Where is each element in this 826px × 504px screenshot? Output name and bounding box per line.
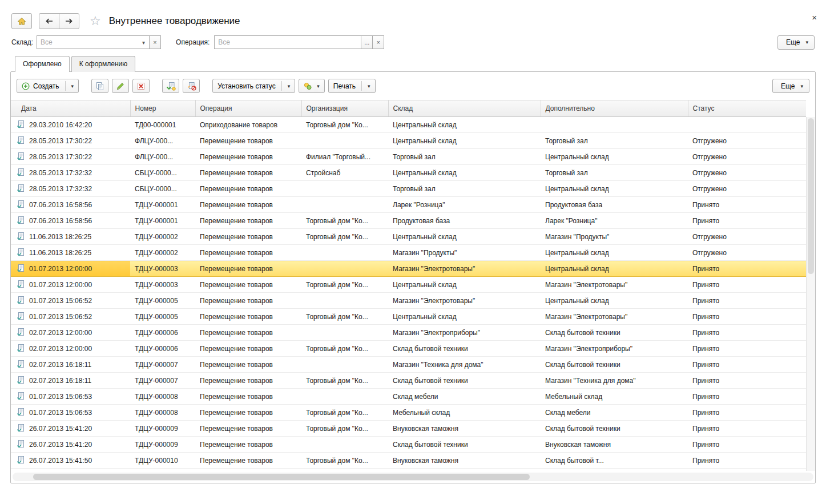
cell-additional[interactable]: Центральный склад	[541, 245, 688, 261]
cell-organization[interactable]	[301, 357, 388, 373]
delete-button[interactable]	[132, 79, 150, 93]
cell-operation[interactable]: Перемещение товаров	[195, 277, 301, 293]
table-row[interactable]: 01.07.2013 15:06:52 ТДЦУ-000005 Перемеще…	[11, 309, 806, 325]
table-row[interactable]: 26.07.2013 15:41:20 ТДЦУ-000009 Перемеще…	[11, 437, 806, 453]
close-icon[interactable]: ×	[812, 13, 817, 22]
cell-organization[interactable]	[301, 389, 388, 405]
vertical-scrollbar-thumb[interactable]	[808, 118, 814, 274]
cell-status[interactable]: Принято	[688, 453, 806, 469]
cell-status[interactable]: Принято	[688, 325, 806, 341]
cell-number[interactable]: ТДЦУ-000009	[130, 421, 195, 437]
cell-organization[interactable]: Торговый дом "Ко...	[301, 309, 388, 325]
cell-warehouse[interactable]: Склад бытовой техники	[388, 437, 541, 453]
cell-additional[interactable]: Торговый зал	[541, 133, 688, 149]
copy-button[interactable]	[91, 79, 108, 93]
cell-organization[interactable]: Торговый дом "Ко...	[301, 229, 388, 245]
statuses-menu-button[interactable]: ▾	[299, 79, 325, 93]
cell-date[interactable]: 11.06.2013 18:26:25	[11, 245, 130, 261]
cell-additional[interactable]: Магазин "Техника для дома"	[541, 373, 688, 389]
filter-more-button[interactable]: Еще ▾	[777, 35, 815, 50]
operation-filter-input[interactable]	[215, 36, 361, 49]
table-row[interactable]: 11.06.2013 18:26:25 ТДЦУ-000002 Перемеще…	[11, 229, 806, 245]
cell-additional[interactable]: Центральный склад	[541, 181, 688, 197]
cell-number[interactable]: СБЦУ-0000...	[130, 181, 195, 197]
cell-organization[interactable]: Торговый дом "Ко...	[301, 341, 388, 357]
cell-status[interactable]: Принято	[688, 213, 806, 229]
horizontal-scrollbar[interactable]	[13, 473, 813, 481]
cell-organization[interactable]: Торговый дом "Ко...	[301, 213, 388, 229]
table-row[interactable]: 28.05.2013 17:32:32 СБЦУ-0000... Перемещ…	[11, 165, 806, 181]
post-document-button[interactable]	[162, 79, 179, 93]
cell-status[interactable]: Принято	[688, 261, 806, 277]
tab-oformleno[interactable]: Оформлено	[15, 56, 70, 72]
cell-warehouse[interactable]: Склад мебели	[388, 389, 541, 405]
cell-organization[interactable]: Филиал "Торговый...	[301, 149, 388, 165]
cell-number[interactable]: ТДЦУ-000001	[130, 213, 195, 229]
warehouse-filter-input[interactable]	[37, 36, 138, 49]
cell-warehouse[interactable]: Внуковская таможня	[388, 421, 541, 437]
cell-warehouse[interactable]: Магазин "Продукты"	[388, 245, 541, 261]
cell-organization[interactable]: Торговый дом "Ко...	[301, 453, 388, 469]
cell-number[interactable]: ФЛЦУ-000...	[130, 133, 195, 149]
vertical-scrollbar[interactable]	[806, 117, 815, 471]
cell-status[interactable]: Принято	[688, 421, 806, 437]
set-status-button[interactable]: Установить статус ▾	[212, 79, 295, 93]
cell-date[interactable]: 01.07.2013 15:06:53	[11, 405, 130, 421]
cell-status[interactable]: Принято	[688, 357, 806, 373]
cell-warehouse[interactable]: Центральный склад	[388, 165, 541, 181]
cell-date[interactable]: 02.07.2013 16:18:11	[11, 373, 130, 389]
forward-button[interactable]	[59, 13, 79, 29]
cell-status[interactable]: Отгружено	[688, 181, 806, 197]
cell-number[interactable]: СБЦУ-0000...	[130, 165, 195, 181]
cell-date[interactable]: 28.05.2013 17:30:22	[11, 133, 130, 149]
cell-date[interactable]: 02.07.2013 12:00:00	[11, 341, 130, 357]
table-row[interactable]: 28.05.2013 17:30:22 ФЛЦУ-000... Перемеще…	[11, 149, 806, 165]
cell-status[interactable]: Принято	[688, 197, 806, 213]
cell-organization[interactable]	[301, 181, 388, 197]
cell-warehouse[interactable]: Торговый зал	[388, 181, 541, 197]
cell-operation[interactable]: Перемещение товаров	[195, 213, 301, 229]
horizontal-scrollbar-thumb[interactable]	[33, 474, 530, 480]
cell-additional[interactable]: Склад бытовой техники	[541, 421, 688, 437]
cell-number[interactable]: ТДЦУ-000007	[130, 373, 195, 389]
cell-additional[interactable]: Центральный склад	[541, 293, 688, 309]
cell-operation[interactable]: Перемещение товаров	[195, 341, 301, 357]
cell-number[interactable]: ТДЦУ-000002	[130, 229, 195, 245]
cell-number[interactable]: ТДЦУ-000005	[130, 309, 195, 325]
cell-warehouse[interactable]: Склад бытовой техники	[388, 341, 541, 357]
cell-date[interactable]: 26.07.2013 15:41:50	[11, 453, 130, 469]
cell-organization[interactable]: Торговый дом "Ко...	[301, 405, 388, 421]
table-row[interactable]: 26.07.2013 15:41:20 ТДЦУ-000009 Перемеще…	[11, 421, 806, 437]
cell-date[interactable]: 26.07.2013 15:41:20	[11, 421, 130, 437]
operation-clear-button[interactable]: ×	[372, 35, 384, 49]
cell-number[interactable]: ТД00-000001	[130, 117, 195, 133]
cell-organization[interactable]	[301, 133, 388, 149]
cell-warehouse[interactable]: Центральный склад	[388, 309, 541, 325]
cell-operation[interactable]: Перемещение товаров	[195, 197, 301, 213]
cell-operation[interactable]: Перемещение товаров	[195, 149, 301, 165]
cell-additional[interactable]: Магазин "Электротовары"	[541, 277, 688, 293]
cell-date[interactable]: 11.06.2013 18:26:25	[11, 229, 130, 245]
cell-number[interactable]: ТДЦУ-000010	[130, 453, 195, 469]
table-row[interactable]: 02.07.2013 12:00:00 ТДЦУ-000006 Перемеще…	[11, 325, 806, 341]
cell-operation[interactable]: Перемещение товаров	[195, 437, 301, 453]
cell-warehouse[interactable]: Ларек "Розница"	[388, 197, 541, 213]
cell-operation[interactable]: Перемещение товаров	[195, 357, 301, 373]
create-button[interactable]: Создать ▾	[17, 79, 79, 93]
cell-additional[interactable]: Внуковская таможня	[541, 437, 688, 453]
cell-organization[interactable]: Торговый дом "Ко...	[301, 373, 388, 389]
cell-additional[interactable]: Продуктовая база	[541, 197, 688, 213]
cell-additional[interactable]: Склад мебели	[541, 405, 688, 421]
column-header-additional[interactable]: Дополнительно	[541, 100, 688, 117]
cell-organization[interactable]	[301, 245, 388, 261]
cell-number[interactable]: ФЛЦУ-000...	[130, 149, 195, 165]
column-header-number[interactable]: Номер	[130, 100, 195, 117]
table-row[interactable]: 01.07.2013 12:00:00 ТДЦУ-000003 Перемеще…	[11, 277, 806, 293]
cell-organization[interactable]: Стройснаб	[301, 165, 388, 181]
cell-organization[interactable]: Торговый дом "Ко...	[301, 117, 388, 133]
cell-number[interactable]: ТДЦУ-000006	[130, 325, 195, 341]
cell-warehouse[interactable]: Центральный склад	[388, 133, 541, 149]
table-row[interactable]: 01.07.2013 15:06:52 ТДЦУ-000005 Перемеще…	[11, 293, 806, 309]
cell-date[interactable]: 01.07.2013 15:06:52	[11, 293, 130, 309]
table-row[interactable]: 07.06.2013 16:58:56 ТДЦУ-000001 Перемеще…	[11, 197, 806, 213]
